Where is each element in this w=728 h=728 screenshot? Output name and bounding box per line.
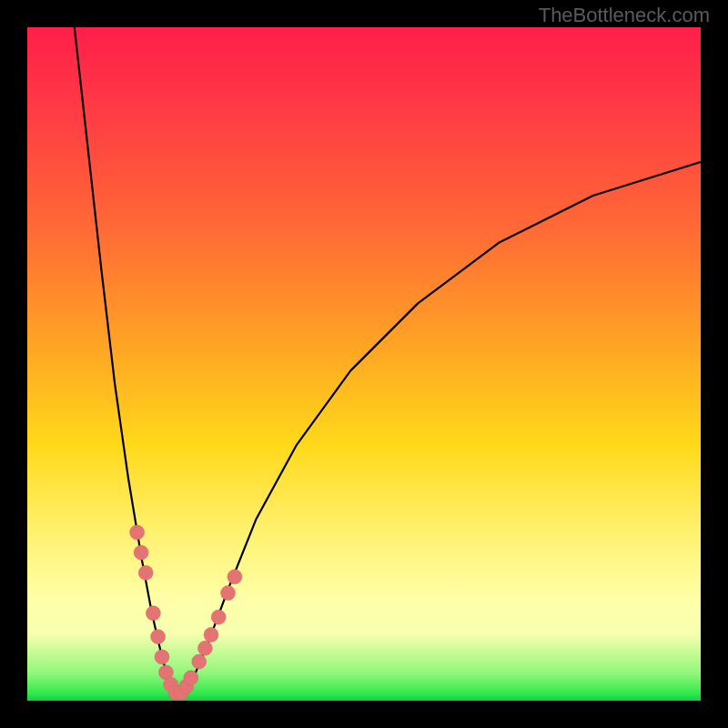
data-marker (151, 630, 166, 644)
bottleneck-curve (75, 27, 701, 694)
data-marker (130, 525, 145, 540)
data-marker (211, 610, 226, 624)
data-marker (204, 628, 218, 642)
data-marker (138, 565, 153, 580)
data-marker (146, 606, 160, 621)
data-marker (134, 545, 148, 560)
outer-frame: TheBottleneck.com (0, 0, 728, 728)
curve-markers (130, 525, 242, 700)
watermark-text: TheBottleneck.com (539, 4, 710, 27)
data-marker (221, 586, 236, 601)
plot-area (27, 27, 701, 701)
data-marker (155, 650, 169, 664)
data-marker (192, 654, 207, 669)
chart-svg (27, 27, 701, 701)
data-marker (228, 570, 242, 584)
data-marker (197, 641, 212, 655)
data-marker (184, 671, 198, 685)
